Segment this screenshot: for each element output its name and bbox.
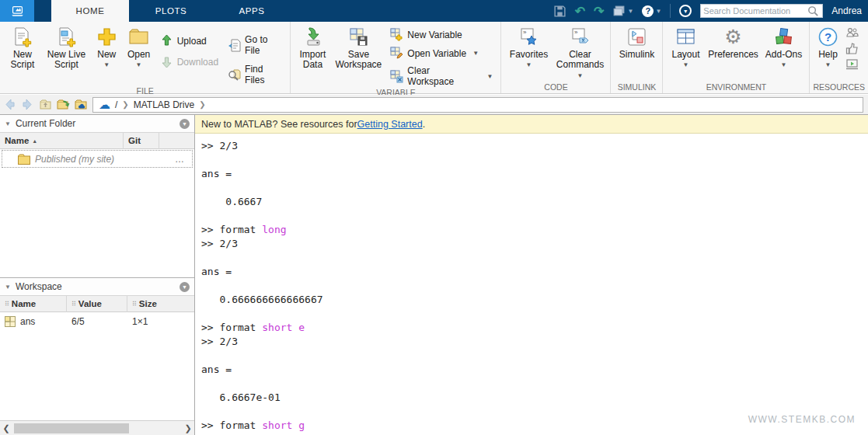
simulink-icon [626, 26, 647, 47]
scrollbar-thumb[interactable] [14, 423, 129, 433]
sidebar-horizontal-scrollbar[interactable]: ❮ ❯ [0, 420, 194, 435]
learn-matlab-icon[interactable] [845, 57, 859, 71]
feedback-thumbs-up-icon[interactable] [845, 42, 859, 55]
scroll-left-icon[interactable]: ❮ [0, 423, 12, 433]
preferences-button[interactable]: ⚙ Preferences [705, 23, 761, 60]
breadcrumb-matlab-drive[interactable]: MATLAB Drive [134, 99, 194, 110]
column-divider[interactable] [159, 133, 159, 149]
copy-windows-icon[interactable]: ▼ [612, 5, 633, 18]
breadcrumb[interactable]: ☁ / ❯ MATLAB Drive ❯ [92, 97, 863, 113]
console-line: >> 2/3 [201, 140, 868, 154]
quick-help-icon[interactable]: ? ▼ [642, 5, 661, 17]
dropdown-caret: ▼ [781, 61, 787, 68]
folder-row-published[interactable]: Published (my site) … [2, 150, 193, 168]
collapse-triangle-icon[interactable]: ▼ [5, 284, 11, 291]
new-live-script-button[interactable]: New Live Script [42, 23, 91, 70]
tab-apps[interactable]: APPS [211, 0, 292, 22]
dropdown-caret: ▼ [577, 72, 584, 79]
ribbon-group-simulink: Simulink SIMULINK [611, 22, 663, 93]
forward-icon[interactable] [21, 98, 34, 111]
workspace-row-ans[interactable]: ans 6/5 1×1 [0, 312, 194, 330]
command-window-pane: New to MATLAB? See resources for Getting… [195, 115, 868, 435]
dropdown-caret: ▼ [472, 50, 479, 57]
new-variable-button[interactable]: New Variable [390, 28, 493, 41]
collapse-triangle-icon[interactable]: ▼ [5, 120, 11, 127]
open-variable-icon [390, 47, 403, 60]
go-to-file-button[interactable]: Go to File [228, 34, 282, 56]
console-line [201, 280, 868, 294]
command-window[interactable]: >> 2/3 ans = 0.6667 >> format long >> 2/… [195, 134, 868, 433]
dropdown-caret: ▼ [103, 61, 110, 68]
save-icon[interactable] [553, 5, 566, 18]
simulink-button[interactable]: Simulink [614, 23, 659, 60]
folder-icon [18, 154, 30, 165]
documentation-search[interactable] [700, 4, 823, 18]
open-button[interactable]: Open ▼ [122, 23, 155, 68]
tab-home[interactable]: HOME [51, 0, 129, 22]
add-ons-icon [773, 26, 794, 47]
upload-button[interactable]: Upload [160, 34, 218, 47]
panel-menu-icon[interactable]: ▼ [180, 119, 190, 129]
go-to-file-icon [228, 39, 241, 52]
browse-folder-icon[interactable] [57, 98, 70, 111]
search-input[interactable] [703, 6, 807, 16]
new-script-button[interactable]: New Script [3, 23, 42, 70]
column-grip-icon[interactable]: ⠿ [5, 301, 9, 308]
clear-workspace-button[interactable]: Clear Workspace ▼ [390, 65, 493, 87]
find-files-button[interactable]: Find Files [228, 64, 282, 85]
help-icon: ? [817, 26, 838, 47]
column-grip-icon[interactable]: ⠿ [71, 301, 75, 308]
matlab-online-window: HOME PLOTS APPS ↶ ↷ ▼ ? ▼ ▼ Andrea [0, 0, 868, 435]
address-toolbar: ☁ / ❯ MATLAB Drive ❯ [0, 95, 868, 115]
row-more-icon[interactable]: … [175, 154, 189, 165]
scroll-right-icon[interactable]: ❯ [182, 423, 194, 433]
breadcrumb-root[interactable]: / [115, 99, 117, 110]
column-size[interactable]: ⠿ Size [127, 299, 190, 308]
current-folder-header[interactable]: ▼ Current Folder ▼ [0, 115, 194, 133]
favorites-button[interactable]: » Favorites ▼ [504, 23, 553, 68]
new-live-script-icon [56, 26, 77, 47]
ribbon: New Script New Live Script New [0, 22, 868, 94]
console-line [201, 350, 868, 364]
new-button[interactable]: New ▼ [91, 23, 122, 68]
ribbon-group-resources: ? Help ▼ [810, 22, 868, 93]
user-name[interactable]: Andrea [831, 5, 862, 16]
save-workspace-icon [348, 26, 369, 47]
workspace-title: Workspace [16, 281, 175, 292]
column-name[interactable]: Name ▲ [0, 136, 123, 145]
clear-commands-button[interactable]: » Clear Commands ▼ [553, 23, 607, 81]
help-button[interactable]: ? Help ▼ [813, 23, 842, 68]
layout-button[interactable]: Layout ▼ [666, 23, 705, 68]
toolbar-overflow-icon[interactable]: ▼ [679, 5, 692, 17]
matlab-logo[interactable] [0, 0, 34, 22]
cloud-folder-icon[interactable] [75, 98, 88, 111]
undo-icon[interactable]: ↶ [575, 4, 585, 19]
workspace-header[interactable]: ▼ Workspace ▼ [0, 278, 194, 296]
search-icon[interactable] [807, 5, 820, 18]
variable-grid-icon [5, 316, 16, 327]
dropdown-caret: ▼ [683, 61, 689, 68]
back-icon[interactable] [3, 98, 16, 111]
column-git[interactable]: Git [124, 136, 159, 145]
community-icon[interactable] [845, 26, 859, 40]
panel-menu-icon[interactable]: ▼ [180, 282, 190, 292]
open-variable-button[interactable]: Open Variable ▼ [390, 47, 493, 60]
add-ons-button[interactable]: Add-Ons ▼ [761, 23, 806, 68]
getting-started-link[interactable]: Getting Started [357, 119, 423, 130]
console-line [201, 210, 868, 224]
save-workspace-button[interactable]: Save Workspace [331, 23, 385, 70]
column-grip-icon[interactable]: ⠿ [132, 301, 136, 308]
up-one-level-icon[interactable] [39, 98, 52, 111]
ribbon-group-variable: Import Data Save Workspace [291, 22, 501, 93]
redo-icon[interactable]: ↷ [594, 4, 604, 19]
dropdown-caret: ▼ [487, 73, 493, 80]
dropdown-caret: ▼ [627, 8, 633, 15]
tab-plots[interactable]: PLOTS [131, 0, 211, 22]
drive-cloud-icon: ☁ [99, 99, 110, 110]
layout-icon [675, 26, 696, 47]
column-value[interactable]: ⠿ Value [67, 299, 127, 308]
dropdown-caret: ▼ [825, 61, 831, 68]
download-button[interactable]: Download [160, 55, 218, 68]
import-data-button[interactable]: Import Data [294, 23, 331, 70]
column-name[interactable]: ⠿ Name [0, 299, 66, 308]
